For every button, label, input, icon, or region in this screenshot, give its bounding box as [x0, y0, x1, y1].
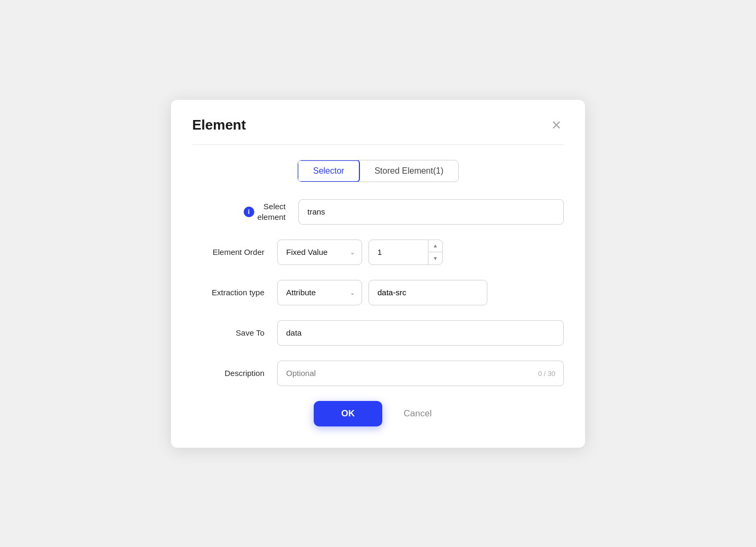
dialog-header: Element ✕	[192, 117, 564, 145]
extraction-type-controls: Attribute ⌄	[277, 280, 564, 305]
select-element-label-group: i Selectelement	[192, 201, 298, 222]
element-order-dropdown[interactable]: Fixed Value ⌄	[277, 240, 362, 265]
info-icon: i	[244, 207, 254, 217]
tab-selector[interactable]: Selector	[297, 160, 360, 182]
spinner-down-icon: ▼	[433, 255, 438, 261]
form-buttons: OK Cancel	[192, 401, 564, 426]
element-order-spinner: 1 ▲ ▼	[368, 240, 443, 265]
extraction-type-row: Extraction type Attribute ⌄	[192, 280, 564, 305]
tabs-container: Selector Stored Element(1)	[297, 160, 459, 182]
select-element-input[interactable]	[298, 199, 564, 225]
element-order-dropdown-value: Fixed Value	[286, 247, 328, 257]
select-element-label: Selectelement	[257, 201, 286, 222]
chevron-down-icon: ⌄	[350, 249, 355, 256]
spinner-controls: ▲ ▼	[428, 240, 442, 264]
description-input[interactable]	[277, 361, 564, 386]
spinner-down-button[interactable]: ▼	[428, 252, 442, 264]
save-to-row: Save To	[192, 320, 564, 346]
element-dialog: Element ✕ Selector Stored Element(1) i S…	[171, 100, 585, 448]
element-order-row: Element Order Fixed Value ⌄ 1 ▲ ▼	[192, 240, 564, 265]
spinner-up-button[interactable]: ▲	[428, 240, 442, 253]
description-label: Description	[192, 369, 277, 378]
description-row: Description 0 / 30	[192, 361, 564, 386]
extraction-chevron-icon: ⌄	[350, 289, 355, 296]
element-order-label: Element Order	[192, 247, 277, 257]
tabs-row: Selector Stored Element(1)	[192, 160, 564, 182]
ok-button[interactable]: OK	[314, 401, 383, 426]
tab-stored-element[interactable]: Stored Element(1)	[359, 160, 458, 182]
description-wrapper: 0 / 30	[277, 361, 564, 386]
save-to-label: Save To	[192, 328, 277, 337]
cancel-button[interactable]: Cancel	[393, 401, 442, 426]
extraction-type-label: Extraction type	[192, 288, 277, 297]
dialog-title: Element	[192, 117, 246, 133]
description-char-count: 0 / 30	[538, 369, 555, 377]
save-to-input[interactable]	[277, 320, 564, 346]
close-icon: ✕	[551, 119, 562, 132]
close-button[interactable]: ✕	[549, 117, 564, 134]
extraction-type-value: Attribute	[286, 288, 316, 297]
element-order-controls: Fixed Value ⌄ 1 ▲ ▼	[277, 240, 564, 265]
select-element-row: i Selectelement	[192, 199, 564, 225]
attribute-name-input[interactable]	[377, 288, 478, 297]
extraction-type-dropdown[interactable]: Attribute ⌄	[277, 280, 362, 305]
spinner-value: 1	[369, 247, 428, 257]
attribute-name-input-wrapper	[368, 280, 487, 305]
spinner-up-icon: ▲	[433, 243, 438, 249]
